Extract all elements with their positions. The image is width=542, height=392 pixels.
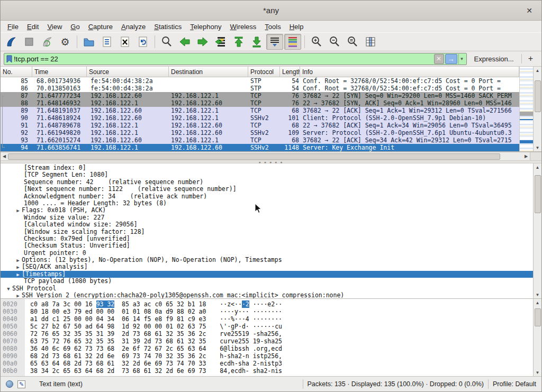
scroll-down-icon[interactable]: ▼ <box>534 144 541 151</box>
scroll-up-icon[interactable]: ▲ <box>534 67 541 74</box>
detail-line[interactable]: [Calculated window size: 29056] <box>1 221 533 228</box>
vscroll-thumb[interactable] <box>535 175 541 213</box>
detail-line[interactable]: Checksum: 0x79ed [unverified] <box>1 235 533 242</box>
detail-line[interactable]: [Stream index: 0] <box>1 165 533 171</box>
open-file-button[interactable] <box>80 34 97 50</box>
hex-row[interactable]: 0040a1 dd c1 25 00 00 04 34 06 14 f5 e8 … <box>1 315 533 323</box>
go-back-button[interactable] <box>176 34 193 50</box>
detail-line[interactable]: [Checksum Status: Unverified] <box>1 242 533 249</box>
menu-statistics[interactable]: Statistics <box>150 22 185 32</box>
display-filter-input[interactable] <box>14 55 434 63</box>
hex-row[interactable]: 003080 18 00 e3 79 ed 00 00 01 01 08 0a … <box>1 308 533 315</box>
column-source[interactable]: Source <box>87 67 169 77</box>
add-filter-button[interactable]: + <box>525 54 538 63</box>
packet-row-93[interactable]: 9371.662015274192.168.122.60192.168.122.… <box>1 136 519 144</box>
apply-filter-icon[interactable]: → <box>445 54 457 64</box>
column-protocol[interactable]: Protocol <box>248 67 280 77</box>
filter-history-dropdown-icon[interactable]: ▼ <box>458 54 465 64</box>
zoom-out-button[interactable] <box>326 34 343 50</box>
scroll-left-icon[interactable]: ◀ <box>1 153 8 160</box>
profile-label[interactable]: Profile: Default <box>493 380 536 388</box>
capture-comment-icon[interactable]: ✎ <box>17 380 25 388</box>
hex-row[interactable]: 007063 75 72 76 65 32 35 35 31 39 2d 73 … <box>1 338 533 345</box>
reload-file-button[interactable] <box>134 34 151 50</box>
packet-minimap-scrollbar[interactable] <box>519 67 533 151</box>
menu-analyze[interactable]: Analyze <box>118 22 149 32</box>
clear-filter-icon[interactable]: ✕ <box>434 54 444 64</box>
packet-row-85[interactable]: 8568.001734936fe:54:00:d4:38:2aSTP54Conf… <box>1 77 519 85</box>
zoom-in-button[interactable] <box>308 34 325 50</box>
detail-line[interactable]: [Window size scaling factor: 128] <box>1 229 533 235</box>
detail-line[interactable]: [Next sequence number: 1122 (relative se… <box>1 186 533 193</box>
detail-vscrollbar[interactable]: ▲ ▼ <box>533 163 541 298</box>
stop-capture-button[interactable] <box>21 34 38 50</box>
start-capture-button[interactable] <box>3 34 20 50</box>
menu-file[interactable]: File <box>4 22 22 32</box>
packet-row-90[interactable]: 9071.648618924192.168.122.60192.168.122.… <box>1 114 519 122</box>
detail-line[interactable]: 1000 .... = Header Length: 32 bytes (8) <box>1 200 533 207</box>
restart-capture-button[interactable] <box>39 34 56 50</box>
detail-line[interactable]: Window size value: 227 <box>1 214 533 221</box>
column-info[interactable]: Info <box>300 67 519 77</box>
go-first-button[interactable] <box>230 34 247 50</box>
detail-line[interactable]: ▶[SEQ/ACK analysis] <box>1 263 533 270</box>
hex-row[interactable]: 00a065 63 64 68 2d 73 68 61 32 2d 6e 69 … <box>1 360 533 367</box>
hex-row[interactable]: 0020c0 a8 7a 3c 00 16 93 32 85 a3 ac c0 … <box>1 300 533 308</box>
collapsed-icon[interactable]: ▶ <box>14 293 22 298</box>
column-length[interactable]: Length <box>280 67 300 77</box>
scroll-down-icon[interactable]: ▼ <box>534 291 541 298</box>
column-destination[interactable]: Destination <box>169 67 248 77</box>
capture-options-button[interactable]: ⚙ <box>57 34 74 50</box>
packet-list-hscrollbar[interactable]: ◀ ▶ <box>1 152 541 160</box>
detail-line[interactable]: ▶Options: (12 bytes), No-Operation (NOP)… <box>1 257 533 263</box>
save-file-button[interactable] <box>98 34 115 50</box>
scroll-right-icon[interactable]: ▶ <box>522 153 530 160</box>
detail-line[interactable]: ▶[Timestamps] <box>1 271 533 278</box>
hex-row[interactable]: 00b038 34 2c 65 63 64 68 2d 73 68 61 32 … <box>1 367 533 375</box>
vscroll-thumb[interactable] <box>535 308 541 326</box>
expanded-icon[interactable]: ▼ <box>5 286 12 292</box>
colorize-toggle[interactable] <box>284 34 301 50</box>
detail-line[interactable]: Urgent pointer: 0 <box>1 250 533 257</box>
close-file-button[interactable] <box>116 34 133 50</box>
find-packet-button[interactable] <box>158 34 175 50</box>
menu-edit[interactable]: Edit <box>23 22 42 32</box>
packet-row-89[interactable]: 8971.648191037192.168.122.60192.168.122.… <box>1 107 519 114</box>
collapsed-icon[interactable]: ▶ <box>14 207 22 214</box>
collapsed-icon[interactable]: ▶ <box>14 257 22 263</box>
display-filter-field[interactable]: ✕ → ▼ <box>4 53 467 65</box>
go-to-packet-button[interactable] <box>212 34 229 50</box>
column-time[interactable]: Time <box>32 67 87 77</box>
detail-line[interactable]: ▶Flags: 0x018 (PSH, ACK) <box>1 207 533 214</box>
detail-line[interactable]: Sequence number: 42 (relative sequence n… <box>1 179 533 186</box>
column-no[interactable]: No. <box>1 67 32 77</box>
packet-list-header[interactable]: No. Time Source Destination Protocol Len… <box>1 67 519 77</box>
detail-line[interactable]: TCP payload (1080 bytes) <box>1 278 533 285</box>
auto-scroll-toggle[interactable] <box>266 34 283 50</box>
collapsed-icon[interactable]: ▶ <box>14 271 22 278</box>
scroll-down-icon[interactable]: ▼ <box>534 369 541 376</box>
go-forward-button[interactable] <box>194 34 211 50</box>
hex-row[interactable]: 008036 40 6c 69 62 73 73 68 2e 6f 72 67 … <box>1 345 533 352</box>
menu-tools[interactable]: Tools <box>261 22 284 32</box>
hex-row[interactable]: 00505c 27 b2 67 50 ad 64 98 1d 92 00 00 … <box>1 323 533 330</box>
menu-go[interactable]: Go <box>67 22 83 32</box>
title-bar[interactable]: *any ✕ <box>1 1 541 21</box>
expression-button[interactable]: Expression... <box>470 55 518 63</box>
hscroll-thumb[interactable] <box>8 153 500 160</box>
menu-view[interactable]: View <box>43 22 66 32</box>
hex-row[interactable]: 009068 2d 73 68 61 32 2d 6e 69 73 74 70 … <box>1 352 533 360</box>
zoom-original-button[interactable] <box>344 34 361 50</box>
menu-telephony[interactable]: Telephony <box>186 22 225 32</box>
packet-row-94[interactable]: 9471.663856741192.168.122.1192.168.122.6… <box>1 144 519 151</box>
go-last-button[interactable] <box>248 34 265 50</box>
menu-help[interactable]: Help <box>286 22 308 32</box>
packet-row-87[interactable]: 8771.647777234192.168.122.60192.168.122.… <box>1 92 519 99</box>
packet-row-88[interactable]: 8871.648146932192.168.122.1192.168.122.6… <box>1 99 519 107</box>
scroll-up-icon[interactable]: ▲ <box>534 163 541 171</box>
packet-list-vscrollbar[interactable]: ▲ ▼ <box>533 67 541 151</box>
packet-row-86[interactable]: 8670.013850163fe:54:00:d4:38:2aSTP54Conf… <box>1 85 519 92</box>
hex-row[interactable]: 006072 76 65 32 35 35 31 39 2d 73 68 61 … <box>1 330 533 338</box>
vscroll-thumb[interactable] <box>535 80 541 112</box>
detail-line[interactable]: ▶SSH Version 2 (encryption:chacha20-poly… <box>1 292 533 298</box>
